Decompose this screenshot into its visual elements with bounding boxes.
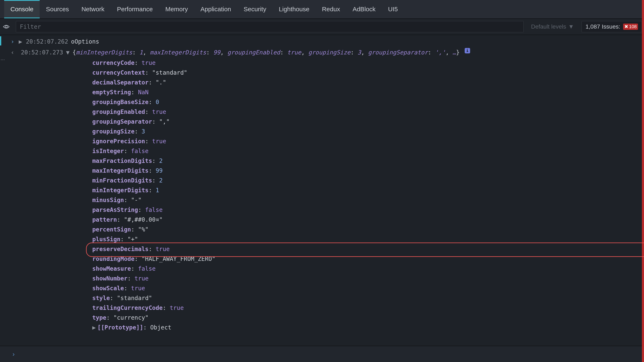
info-icon[interactable]: i xyxy=(465,48,470,53)
sidebar-toggle-icon[interactable] xyxy=(0,19,12,35)
property-value: "." xyxy=(156,79,166,86)
tab-network[interactable]: Network xyxy=(75,0,111,18)
input-arrow-icon: › xyxy=(10,37,15,46)
property-key: style xyxy=(92,295,110,302)
property-value: true xyxy=(152,108,166,115)
console-output-row[interactable]: ‹ 20:52:07.273 ▼ {minIntegerDigits: 1, m… xyxy=(0,47,644,58)
property-key: showNumber xyxy=(92,275,128,282)
tab-adblock[interactable]: AdBlock xyxy=(346,0,382,18)
property-row[interactable]: preserveDecimals: true xyxy=(92,244,644,254)
console-input[interactable] xyxy=(14,346,644,362)
property-row[interactable]: currencyCode: true xyxy=(92,58,644,68)
timestamp: 20:52:07.262 xyxy=(26,37,68,46)
property-row[interactable]: ignorePrecision: true xyxy=(92,136,644,146)
property-value: "standard" xyxy=(152,69,188,76)
console-input-echo[interactable]: › ▶ 20:52:07.262 oOptions xyxy=(0,36,644,47)
property-value: NaN xyxy=(138,89,149,96)
property-row[interactable]: percentSign: "%" xyxy=(92,225,644,234)
property-key: roundingMode xyxy=(92,255,134,262)
active-gutter xyxy=(0,36,1,45)
property-value: false xyxy=(138,265,156,272)
log-levels-dropdown[interactable]: Default levels ▼ xyxy=(527,23,578,30)
collapse-arrow-icon[interactable]: ▼ xyxy=(66,48,70,57)
property-key: minFractionDigits xyxy=(92,177,152,184)
console-output: … › ▶ 20:52:07.262 oOptions ‹ 20:52:07.2… xyxy=(0,35,644,332)
tab-memory[interactable]: Memory xyxy=(159,0,194,18)
property-row[interactable]: emptyString: NaN xyxy=(92,87,644,97)
property-key: groupingEnabled xyxy=(92,108,145,115)
property-row[interactable]: minusSign: "-" xyxy=(92,195,644,205)
property-value: true xyxy=(170,304,184,311)
property-row[interactable]: showNumber: true xyxy=(92,274,644,283)
expand-arrow-icon[interactable]: ▶ xyxy=(92,324,96,331)
property-key: minIntegerDigits xyxy=(92,187,149,194)
property-key: percentSign xyxy=(92,226,131,233)
tab-application[interactable]: Application xyxy=(194,0,237,18)
property-row[interactable]: isInteger: false xyxy=(92,146,644,156)
property-row[interactable]: minFractionDigits: 2 xyxy=(92,176,644,185)
property-value: true xyxy=(142,59,156,66)
expand-arrow-icon[interactable]: ▶ xyxy=(18,37,23,46)
property-row[interactable]: parseAsString: false xyxy=(92,205,644,215)
property-value: "," xyxy=(159,118,170,125)
issues-label: 1,087 Issues: xyxy=(586,23,620,30)
property-value: Object xyxy=(150,324,172,331)
property-key: [[Prototype]] xyxy=(98,324,143,331)
property-value: true xyxy=(131,285,145,292)
gutter-ellipsis-icon: … xyxy=(0,56,5,61)
property-row[interactable]: maxFractionDigits: 2 xyxy=(92,156,644,166)
property-row[interactable]: trailingCurrencyCode: true xyxy=(92,303,644,313)
output-arrow-icon: ‹ xyxy=(10,48,15,57)
property-value: false xyxy=(145,206,162,213)
property-key: groupingSeparator xyxy=(92,118,152,125)
property-value: "HALF_AWAY_FROM_ZERO" xyxy=(142,255,216,262)
issues-counter[interactable]: 1,087 Issues: ✖ 108 xyxy=(582,21,642,32)
property-key: groupingBaseSize xyxy=(92,99,149,106)
property-key: pattern xyxy=(92,216,117,223)
property-key: showMeasure xyxy=(92,265,131,272)
property-row[interactable]: maxIntegerDigits: 99 xyxy=(92,166,644,176)
property-key: showScale xyxy=(92,285,124,292)
svg-point-0 xyxy=(5,26,7,28)
property-row[interactable]: minIntegerDigits: 1 xyxy=(92,185,644,195)
prompt-arrow-icon: › xyxy=(12,351,14,358)
object-properties: currencyCode: truecurrencyContext: "stan… xyxy=(0,58,644,332)
property-value: true xyxy=(156,246,170,252)
property-row[interactable]: showMeasure: false xyxy=(92,264,644,274)
object-preview[interactable]: {minIntegerDigits: 1, maxIntegerDigits: … xyxy=(72,48,460,57)
property-value: 99 xyxy=(156,167,162,174)
property-row[interactable]: type: "currency" xyxy=(92,313,644,323)
property-value: false xyxy=(131,148,148,155)
property-row[interactable]: plusSign: "+" xyxy=(92,234,644,244)
expression-text: oOptions xyxy=(71,37,99,46)
property-key: type xyxy=(92,314,106,321)
property-row[interactable]: style: "standard" xyxy=(92,293,644,303)
tab-security[interactable]: Security xyxy=(237,0,272,18)
property-key: isInteger xyxy=(92,148,124,155)
property-row[interactable]: groupingBaseSize: 0 xyxy=(92,97,644,107)
tab-sources[interactable]: Sources xyxy=(40,0,75,18)
property-row[interactable]: decimalSeparator: "." xyxy=(92,78,644,87)
tab-console[interactable]: Console xyxy=(4,0,40,18)
property-row[interactable]: groupingSize: 3 xyxy=(92,127,644,136)
prototype-row[interactable]: ▶[[Prototype]]: Object xyxy=(92,323,644,332)
console-prompt: › xyxy=(0,346,644,362)
tab-lighthouse[interactable]: Lighthouse xyxy=(272,0,316,18)
property-row[interactable]: groupingSeparator: "," xyxy=(92,117,644,127)
property-row[interactable]: pattern: "#,##0.00¤" xyxy=(92,215,644,225)
property-key: plusSign xyxy=(92,236,120,243)
console-toolbar: Default levels ▼ 1,087 Issues: ✖ 108 xyxy=(0,19,644,35)
devtools-tabs: ConsoleSourcesNetworkPerformanceMemoryAp… xyxy=(0,0,644,19)
property-key: maxFractionDigits xyxy=(92,158,152,164)
property-row[interactable]: currencyContext: "standard" xyxy=(92,68,644,78)
property-key: ignorePrecision xyxy=(92,138,145,145)
tab-performance[interactable]: Performance xyxy=(111,0,159,18)
property-row[interactable]: groupingEnabled: true xyxy=(92,107,644,117)
tab-ui5[interactable]: UI5 xyxy=(382,0,404,18)
tab-redux[interactable]: Redux xyxy=(316,0,346,18)
property-row[interactable]: roundingMode: "HALF_AWAY_FROM_ZERO" xyxy=(92,254,644,264)
property-value: true xyxy=(152,138,166,145)
filter-input[interactable] xyxy=(16,21,524,32)
property-row[interactable]: showScale: true xyxy=(92,283,644,293)
property-key: decimalSeparator xyxy=(92,79,149,86)
